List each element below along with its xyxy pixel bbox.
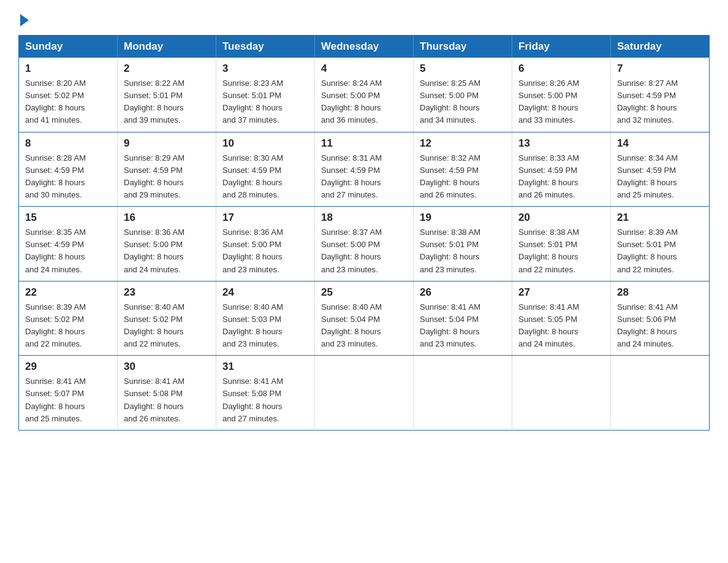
day-info: Sunrise: 8:24 AM Sunset: 5:00 PM Dayligh…: [321, 77, 407, 127]
calendar-day-cell: 5 Sunrise: 8:25 AM Sunset: 5:00 PM Dayli…: [414, 58, 512, 132]
weekday-header-wednesday: Wednesday: [315, 36, 414, 58]
calendar-day-cell: 19 Sunrise: 8:38 AM Sunset: 5:01 PM Dayl…: [414, 207, 512, 282]
day-number: 3: [222, 63, 308, 75]
calendar-week-row: 15 Sunrise: 8:35 AM Sunset: 4:59 PM Dayl…: [19, 207, 710, 282]
calendar-day-cell: 16 Sunrise: 8:36 AM Sunset: 5:00 PM Dayl…: [118, 207, 216, 282]
day-info: Sunrise: 8:34 AM Sunset: 4:59 PM Dayligh…: [617, 152, 703, 202]
calendar-day-cell: 11 Sunrise: 8:31 AM Sunset: 4:59 PM Dayl…: [315, 132, 414, 207]
weekday-header-sunday: Sunday: [19, 36, 118, 58]
calendar-day-cell: 27 Sunrise: 8:41 AM Sunset: 5:05 PM Dayl…: [512, 281, 611, 356]
day-number: 19: [420, 212, 506, 224]
day-info: Sunrise: 8:41 AM Sunset: 5:08 PM Dayligh…: [222, 375, 308, 425]
day-info: Sunrise: 8:40 AM Sunset: 5:02 PM Dayligh…: [124, 301, 210, 351]
calendar-day-cell: 15 Sunrise: 8:35 AM Sunset: 4:59 PM Dayl…: [19, 207, 118, 282]
day-number: 8: [25, 137, 111, 150]
day-info: Sunrise: 8:39 AM Sunset: 5:01 PM Dayligh…: [617, 226, 703, 276]
calendar-day-cell: 18 Sunrise: 8:37 AM Sunset: 5:00 PM Dayl…: [315, 207, 414, 282]
day-number: 11: [321, 137, 407, 150]
day-info: Sunrise: 8:27 AM Sunset: 4:59 PM Dayligh…: [617, 77, 703, 127]
day-info: Sunrise: 8:38 AM Sunset: 5:01 PM Dayligh…: [518, 226, 604, 276]
calendar-day-cell: 13 Sunrise: 8:33 AM Sunset: 4:59 PM Dayl…: [512, 132, 611, 207]
day-info: Sunrise: 8:20 AM Sunset: 5:02 PM Dayligh…: [25, 77, 111, 127]
day-number: 30: [124, 361, 210, 373]
day-number: 21: [617, 212, 703, 224]
day-info: Sunrise: 8:30 AM Sunset: 4:59 PM Dayligh…: [222, 152, 308, 202]
logo-arrow-icon: [20, 14, 29, 26]
weekday-header-tuesday: Tuesday: [216, 36, 315, 58]
day-number: 15: [25, 212, 111, 224]
logo: [18, 12, 29, 24]
day-number: 2: [124, 63, 210, 75]
day-info: Sunrise: 8:25 AM Sunset: 5:00 PM Dayligh…: [420, 77, 506, 127]
calendar-day-cell: 26 Sunrise: 8:41 AM Sunset: 5:04 PM Dayl…: [414, 281, 512, 356]
day-info: Sunrise: 8:33 AM Sunset: 4:59 PM Dayligh…: [518, 152, 604, 202]
day-info: Sunrise: 8:32 AM Sunset: 4:59 PM Dayligh…: [420, 152, 506, 202]
day-number: 16: [124, 212, 210, 224]
day-info: Sunrise: 8:41 AM Sunset: 5:06 PM Dayligh…: [617, 301, 703, 351]
calendar-day-cell: 10 Sunrise: 8:30 AM Sunset: 4:59 PM Dayl…: [216, 132, 315, 207]
day-number: 29: [25, 361, 111, 373]
day-info: Sunrise: 8:35 AM Sunset: 4:59 PM Dayligh…: [25, 226, 111, 276]
calendar-day-cell: 1 Sunrise: 8:20 AM Sunset: 5:02 PM Dayli…: [19, 58, 118, 132]
day-number: 12: [420, 137, 506, 150]
calendar-day-cell: 17 Sunrise: 8:36 AM Sunset: 5:00 PM Dayl…: [216, 207, 315, 282]
calendar-day-cell: 30 Sunrise: 8:41 AM Sunset: 5:08 PM Dayl…: [118, 356, 216, 431]
page-header: [18, 12, 710, 24]
day-info: Sunrise: 8:37 AM Sunset: 5:00 PM Dayligh…: [321, 226, 407, 276]
calendar-table: SundayMondayTuesdayWednesdayThursdayFrid…: [18, 35, 710, 431]
day-info: Sunrise: 8:28 AM Sunset: 4:59 PM Dayligh…: [25, 152, 111, 202]
day-number: 27: [518, 286, 604, 299]
calendar-day-cell: 28 Sunrise: 8:41 AM Sunset: 5:06 PM Dayl…: [611, 281, 710, 356]
calendar-day-cell: [512, 356, 611, 431]
calendar-day-cell: 21 Sunrise: 8:39 AM Sunset: 5:01 PM Dayl…: [611, 207, 710, 282]
weekday-header-thursday: Thursday: [414, 36, 512, 58]
calendar-header-row: SundayMondayTuesdayWednesdayThursdayFrid…: [19, 36, 710, 58]
day-number: 9: [124, 137, 210, 150]
calendar-day-cell: 22 Sunrise: 8:39 AM Sunset: 5:02 PM Dayl…: [19, 281, 118, 356]
day-info: Sunrise: 8:41 AM Sunset: 5:05 PM Dayligh…: [518, 301, 604, 351]
day-number: 25: [321, 286, 407, 299]
day-info: Sunrise: 8:29 AM Sunset: 4:59 PM Dayligh…: [124, 152, 210, 202]
calendar-day-cell: 25 Sunrise: 8:40 AM Sunset: 5:04 PM Dayl…: [315, 281, 414, 356]
calendar-day-cell: 7 Sunrise: 8:27 AM Sunset: 4:59 PM Dayli…: [611, 58, 710, 132]
calendar-day-cell: 9 Sunrise: 8:29 AM Sunset: 4:59 PM Dayli…: [118, 132, 216, 207]
day-number: 4: [321, 63, 407, 75]
day-number: 22: [25, 286, 111, 299]
day-number: 14: [617, 137, 703, 150]
calendar-week-row: 1 Sunrise: 8:20 AM Sunset: 5:02 PM Dayli…: [19, 58, 710, 132]
day-info: Sunrise: 8:40 AM Sunset: 5:04 PM Dayligh…: [321, 301, 407, 351]
calendar-day-cell: 8 Sunrise: 8:28 AM Sunset: 4:59 PM Dayli…: [19, 132, 118, 207]
day-info: Sunrise: 8:23 AM Sunset: 5:01 PM Dayligh…: [222, 77, 308, 127]
calendar-week-row: 29 Sunrise: 8:41 AM Sunset: 5:07 PM Dayl…: [19, 356, 710, 431]
day-number: 13: [518, 137, 604, 150]
day-info: Sunrise: 8:31 AM Sunset: 4:59 PM Dayligh…: [321, 152, 407, 202]
day-number: 31: [222, 361, 308, 373]
day-number: 7: [617, 63, 703, 75]
calendar-day-cell: 20 Sunrise: 8:38 AM Sunset: 5:01 PM Dayl…: [512, 207, 611, 282]
day-info: Sunrise: 8:41 AM Sunset: 5:08 PM Dayligh…: [124, 375, 210, 425]
calendar-day-cell: 2 Sunrise: 8:22 AM Sunset: 5:01 PM Dayli…: [118, 58, 216, 132]
day-number: 28: [617, 286, 703, 299]
weekday-header-monday: Monday: [118, 36, 216, 58]
day-info: Sunrise: 8:36 AM Sunset: 5:00 PM Dayligh…: [124, 226, 210, 276]
day-info: Sunrise: 8:38 AM Sunset: 5:01 PM Dayligh…: [420, 226, 506, 276]
day-number: 1: [25, 63, 111, 75]
calendar-day-cell: 31 Sunrise: 8:41 AM Sunset: 5:08 PM Dayl…: [216, 356, 315, 431]
day-number: 18: [321, 212, 407, 224]
day-number: 20: [518, 212, 604, 224]
weekday-header-saturday: Saturday: [611, 36, 710, 58]
day-number: 5: [420, 63, 506, 75]
calendar-day-cell: 14 Sunrise: 8:34 AM Sunset: 4:59 PM Dayl…: [611, 132, 710, 207]
calendar-day-cell: [611, 356, 710, 431]
calendar-day-cell: 23 Sunrise: 8:40 AM Sunset: 5:02 PM Dayl…: [118, 281, 216, 356]
calendar-day-cell: 29 Sunrise: 8:41 AM Sunset: 5:07 PM Dayl…: [19, 356, 118, 431]
weekday-header-friday: Friday: [512, 36, 611, 58]
day-info: Sunrise: 8:39 AM Sunset: 5:02 PM Dayligh…: [25, 301, 111, 351]
calendar-week-row: 22 Sunrise: 8:39 AM Sunset: 5:02 PM Dayl…: [19, 281, 710, 356]
calendar-day-cell: 24 Sunrise: 8:40 AM Sunset: 5:03 PM Dayl…: [216, 281, 315, 356]
day-info: Sunrise: 8:41 AM Sunset: 5:07 PM Dayligh…: [25, 375, 111, 425]
calendar-day-cell: [315, 356, 414, 431]
calendar-day-cell: 12 Sunrise: 8:32 AM Sunset: 4:59 PM Dayl…: [414, 132, 512, 207]
day-info: Sunrise: 8:22 AM Sunset: 5:01 PM Dayligh…: [124, 77, 210, 127]
calendar-day-cell: [414, 356, 512, 431]
